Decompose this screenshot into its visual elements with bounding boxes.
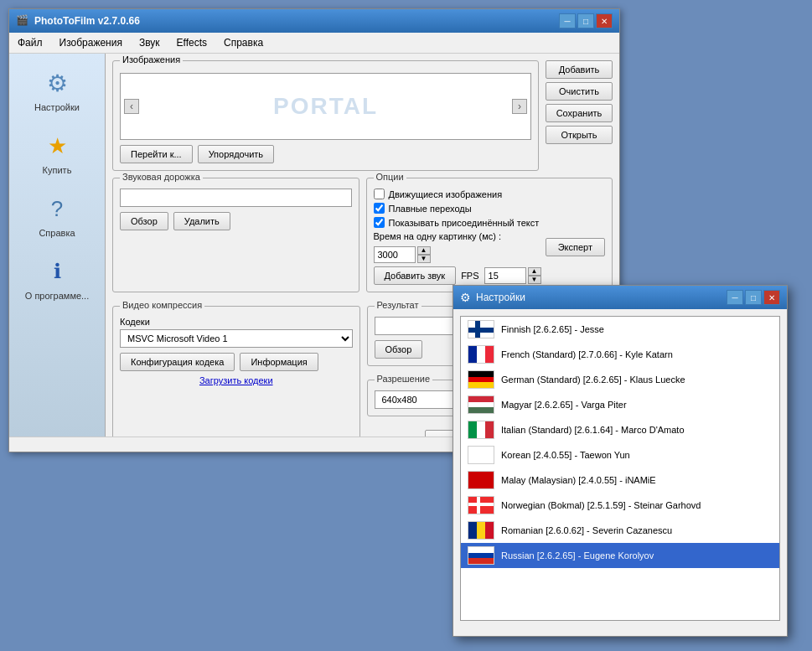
menu-help[interactable]: Справка [215,34,272,51]
transitions-checkbox[interactable] [374,203,385,214]
video-section: Видео компрессия Кодеки MSVC Microsoft V… [112,306,360,447]
moving-images-row: Движущиеся изображения [374,189,606,199]
maximize-button[interactable]: □ [577,13,594,28]
flag-kr-icon [468,446,494,464]
fps-down-button[interactable]: ▼ [528,276,541,284]
flag-fr-icon [468,345,494,364]
minimize-button[interactable]: ─ [559,13,576,28]
sidebar-item-about[interactable]: ℹ О программе... [19,251,95,305]
audio-path-input[interactable] [120,189,352,207]
audio-browse-button[interactable]: Обзор [120,212,168,230]
watermark-text: PORTAL [273,93,378,120]
resolution-title: Разрешение [375,374,433,384]
flag-de-icon [468,370,494,389]
right-arrow-button[interactable]: › [512,99,527,114]
app-icon: 🎬 [16,14,29,28]
language-item[interactable]: Magyar [2.6.2.65] - Varga Piter [461,392,779,417]
flag-it-icon [468,421,494,439]
menu-file[interactable]: Файл [9,34,51,51]
left-arrow-button[interactable]: ‹ [124,99,139,114]
result-browse-button[interactable]: Обзор [375,340,423,359]
language-item[interactable]: Korean [2.4.0.55] - Taewon Yun [461,442,779,468]
sidebar-item-help[interactable]: ? Справка [19,188,95,242]
sidebar-item-buy[interactable]: ★ Купить [19,125,95,179]
close-button[interactable]: ✕ [596,13,613,28]
time-down-button[interactable]: ▼ [417,255,431,263]
flag-fi-icon [468,320,494,338]
info-codec-button[interactable]: Информация [240,353,318,371]
flag-no-icon [468,496,494,514]
settings-title-bar: ⚙ Настройки ─ □ ✕ [453,286,787,309]
captions-label: Показывать присоединённый текст [389,218,540,228]
image-strip: ‹ PORTAL › [120,73,531,140]
images-title: Изображения [120,54,183,65]
flag-ru-icon [468,546,494,565]
language-label: Malay (Malaysian) [2.4.0.55] - iNAMiE [501,475,656,485]
menu-sound[interactable]: Звук [131,34,168,51]
language-list[interactable]: Finnish [2.6.2.65] - JesseFrench (Standa… [460,316,780,621]
moving-images-checkbox[interactable] [374,189,385,199]
settings-content: Finnish [2.6.2.65] - JesseFrench (Standa… [453,309,787,636]
goto-button[interactable]: Перейти к... [120,145,193,163]
settings-dialog: ⚙ Настройки ─ □ ✕ Finnish [2.6.2.65] - J… [453,285,788,637]
menu-bar: Файл Изображения Звук Effects Справка [9,33,619,54]
sort-button[interactable]: Упорядочить [198,145,274,163]
settings-close-button[interactable]: ✕ [763,290,780,305]
language-label: Finnish [2.6.2.65] - Jesse [501,324,604,334]
codec-select[interactable]: MSVC Microsoft Video 1 [120,329,353,348]
language-item[interactable]: Finnish [2.6.2.65] - Jesse [461,317,779,342]
open-button[interactable]: Открыть [546,126,613,144]
options-section: Опции Движущиеся изображения Плавные пер… [366,178,613,292]
language-label: Norwegian (Bokmal) [2.5.1.59] - Steinar … [501,500,701,510]
sidebar: ⚙ Настройки ★ Купить ? Справка ℹ О прогр… [9,54,106,451]
fps-label: FPS [461,271,478,281]
flag-my-icon [468,471,494,489]
menu-effects[interactable]: Effects [168,34,215,51]
config-codec-button[interactable]: Конфигурация кодека [120,353,235,371]
language-label: Romanian [2.6.0.62] - Severin Cazanescu [501,525,672,535]
moving-images-label: Движущиеся изображения [389,189,503,199]
add-sound-button[interactable]: Добавить звук [374,266,457,285]
codecs-label: Кодеки [120,317,353,327]
language-item[interactable]: Italian (Standard) [2.6.1.64] - Marco D'… [461,417,779,442]
language-item[interactable]: German (Standard) [2.6.2.65] - Klaus Lue… [461,367,779,392]
time-up-button[interactable]: ▲ [417,246,431,255]
language-label: German (Standard) [2.6.2.65] - Klaus Lue… [501,375,685,385]
flag-hu-icon [468,395,494,414]
load-codecs-button[interactable]: Загрузить кодеки [199,375,273,385]
settings-maximize-button[interactable]: □ [745,290,762,305]
options-title: Опции [374,172,406,182]
menu-images[interactable]: Изображения [51,34,131,51]
info-icon: ℹ [40,255,74,288]
right-action-buttons: Добавить Очистить Сохранить Открыть [546,60,613,171]
help-icon: ? [40,192,74,225]
language-item[interactable]: Romanian [2.6.0.62] - Severin Cazanescu [461,518,779,543]
clear-button[interactable]: Очистить [546,82,613,101]
captions-row: Показывать присоединённый текст [374,217,606,228]
sidebar-item-settings[interactable]: ⚙ Настройки [19,62,95,116]
settings-gear-icon: ⚙ [460,291,471,304]
sidebar-label-help: Справка [39,228,75,238]
fps-input[interactable] [484,267,526,284]
window-title: PhotoToFilm v2.7.0.66 [34,15,140,27]
settings-dialog-title: Настройки [476,292,525,303]
language-item[interactable]: Russian [2.6.2.65] - Eugene Korolyov [461,543,779,568]
fps-up-button[interactable]: ▲ [528,267,541,276]
captions-checkbox[interactable] [374,217,385,228]
settings-minimize-button[interactable]: ─ [727,290,743,305]
transitions-label: Плавные переходы [389,204,472,214]
expert-button[interactable]: Эксперт [546,238,605,256]
language-item[interactable]: French (Standard) [2.7.0.66] - Kyle Kata… [461,342,779,367]
sidebar-label-settings: Настройки [34,102,80,112]
save-button[interactable]: Сохранить [546,104,613,122]
add-button[interactable]: Добавить [546,60,613,79]
time-label: Время на одну картинку (мс) : [374,231,502,241]
language-item[interactable]: Malay (Malaysian) [2.4.0.55] - iNAMiE [461,468,779,493]
audio-title: Звуковая дорожка [120,172,203,182]
audio-section: Звуковая дорожка Обзор Удалить [112,178,359,292]
star-icon: ★ [40,129,74,163]
audio-delete-button[interactable]: Удалить [173,212,230,230]
time-input[interactable] [374,246,416,263]
language-label: Magyar [2.6.2.65] - Varga Piter [501,400,627,410]
language-item[interactable]: Norwegian (Bokmal) [2.5.1.59] - Steinar … [461,493,779,518]
